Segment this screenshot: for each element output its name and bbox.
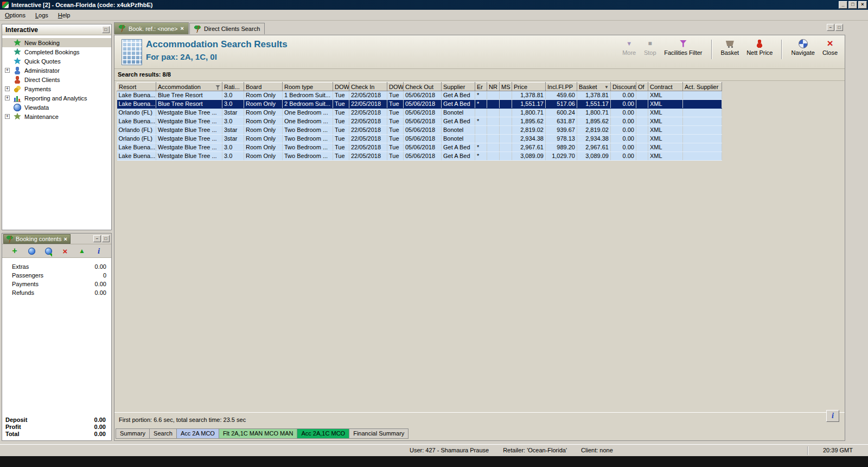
sidebar-restore-button[interactable]: □ bbox=[102, 26, 110, 33]
column-header-board[interactable]: Board bbox=[244, 83, 283, 91]
sidebar-item-administrator[interactable]: + Administrator bbox=[2, 66, 111, 75]
table-cell: 0.00 bbox=[611, 152, 636, 161]
column-header-er[interactable]: Er bbox=[475, 83, 487, 91]
tab-book-ref-none[interactable]: Book. ref.: <none> × bbox=[114, 22, 189, 34]
minimize-button[interactable]: _ bbox=[839, 1, 847, 9]
results-table[interactable]: ResortAccommodationRati...BoardRoom type… bbox=[117, 82, 722, 161]
table-row[interactable]: Lake Buena...Blue Tree Resort3.0Room Onl… bbox=[117, 91, 722, 100]
tab-label: Acc 2A MCO bbox=[181, 430, 215, 437]
sidebar-item-quick-quotes[interactable]: + Quick Quotes bbox=[2, 56, 111, 66]
tree-expander-icon[interactable]: + bbox=[5, 114, 10, 119]
table-cell: Get A Bed bbox=[442, 152, 475, 161]
table-cell: 939.67 bbox=[546, 126, 577, 135]
column-header-of[interactable]: Of bbox=[636, 83, 648, 91]
toolbar-button[interactable] bbox=[27, 246, 36, 256]
column-header-rati[interactable]: Rati... bbox=[222, 83, 244, 91]
column-header-discount[interactable]: Discount bbox=[611, 83, 636, 91]
list-item[interactable]: Refunds 0.00 bbox=[2, 288, 111, 297]
toolbar-button-basket[interactable]: Basket bbox=[719, 38, 741, 57]
column-header-label: Incl.Fl.PP bbox=[547, 84, 573, 90]
table-cell: XML bbox=[648, 143, 683, 152]
table-row[interactable]: Orlando (FL)Westgate Blue Tree ...3starR… bbox=[117, 135, 722, 143]
table-row[interactable]: Orlando (FL)Westgate Blue Tree ...3starR… bbox=[117, 126, 722, 135]
sidebar-item-direct-clients[interactable]: + Direct Clients bbox=[2, 75, 111, 84]
tree-expander-icon[interactable]: + bbox=[5, 96, 10, 100]
column-header-room-type[interactable]: Room type bbox=[283, 83, 333, 91]
column-header-supplier[interactable]: Supplier bbox=[442, 83, 475, 91]
toolbar-button-navigate[interactable]: Navigate bbox=[789, 38, 816, 57]
column-header-price[interactable]: Price bbox=[512, 83, 546, 91]
column-header-dow[interactable]: DOW bbox=[333, 83, 349, 91]
table-cell bbox=[487, 91, 500, 100]
toolbar-separator bbox=[781, 40, 782, 59]
toolbar-button-nett-price[interactable]: Nett Price bbox=[745, 38, 774, 57]
column-header-label: Check In bbox=[351, 84, 374, 90]
column-header-check-out[interactable]: Check Out bbox=[404, 83, 442, 91]
column-header-check-in[interactable]: Check In bbox=[349, 83, 387, 91]
tab-close-icon[interactable]: × bbox=[181, 26, 184, 31]
mdi-minimize-button[interactable]: − bbox=[827, 24, 834, 31]
toolbar-button-facilities-filter[interactable]: Facilities Filter bbox=[662, 38, 704, 57]
table-row[interactable]: Lake Buena...Westgate Blue Tree ...3.0Ro… bbox=[117, 143, 722, 152]
panel-minimize-button[interactable]: − bbox=[93, 235, 101, 242]
list-item-label: Refunds bbox=[12, 288, 34, 297]
sidebar-item-reporting-and-analytics[interactable]: + Reporting and Analytics bbox=[2, 93, 111, 103]
sidebar-item-completed-bookings[interactable]: + Completed Bookings bbox=[2, 47, 111, 56]
info-button[interactable]: i bbox=[826, 410, 839, 422]
table-cell bbox=[683, 117, 722, 126]
close-icon[interactable]: × bbox=[63, 236, 67, 242]
filter-icon[interactable] bbox=[215, 85, 220, 90]
table-row[interactable]: Lake Buena...Blue Tree Resort3.0Room Onl… bbox=[117, 100, 722, 109]
list-item[interactable]: Payments 0.00 bbox=[2, 280, 111, 288]
tab-acc-2a-1c-mco[interactable]: Acc 2A,1C MCO bbox=[297, 428, 349, 439]
column-header-nr[interactable]: NR bbox=[487, 83, 500, 91]
toolbar-button[interactable] bbox=[43, 246, 53, 256]
tree-expander-icon[interactable]: + bbox=[5, 86, 10, 91]
sidebar-item-maintenance[interactable]: + Maintenance bbox=[2, 112, 111, 121]
booking-contents-tab[interactable]: Booking contents × bbox=[3, 234, 71, 244]
column-header-label: Contract bbox=[650, 84, 673, 90]
close-button[interactable]: × bbox=[858, 1, 867, 9]
column-header-ms[interactable]: MS bbox=[500, 83, 512, 91]
starburst-teal-icon bbox=[14, 48, 21, 56]
column-header-contract[interactable]: Contract bbox=[648, 83, 683, 91]
tab-flt-2a-1c-man-mco-man[interactable]: Flt 2A,1C MAN MCO MAN bbox=[219, 428, 298, 439]
column-header-dow[interactable]: DOW bbox=[387, 83, 404, 91]
toolbar-button[interactable]: × bbox=[60, 246, 70, 256]
table-row[interactable]: Lake Buena...Westgate Blue Tree ...3.0Ro… bbox=[117, 152, 722, 161]
sidebar-item-viewdata[interactable]: + Viewdata bbox=[2, 103, 111, 112]
panel-restore-button[interactable]: □ bbox=[102, 235, 110, 242]
toolbar-button[interactable]: i bbox=[94, 246, 104, 256]
tab-search[interactable]: Search bbox=[149, 428, 177, 439]
toolbar-button[interactable]: + bbox=[10, 246, 20, 256]
toolbar-button-close[interactable]: Close bbox=[821, 38, 839, 57]
menu-item-help[interactable]: Help bbox=[53, 10, 75, 21]
list-item[interactable]: Passengers 0 bbox=[2, 271, 111, 280]
column-header-basket[interactable]: Basket▼ bbox=[577, 83, 611, 91]
toolbar-button-more[interactable]: More bbox=[621, 38, 637, 57]
table-cell: 05/06/2018 bbox=[404, 100, 442, 109]
tab-direct-clients-search[interactable]: Direct Clients Search × bbox=[189, 23, 265, 34]
sidebar-item-new-booking[interactable]: + New Booking bbox=[2, 38, 111, 47]
list-item[interactable]: Extras 0.00 bbox=[2, 262, 111, 271]
column-header-resort[interactable]: Resort bbox=[117, 83, 156, 91]
toolbar-button[interactable]: ▲ bbox=[77, 246, 87, 256]
tab-summary[interactable]: Summary bbox=[116, 428, 150, 439]
tab-acc-2a-mco[interactable]: Acc 2A MCO bbox=[176, 428, 219, 439]
maximize-button[interactable]: □ bbox=[848, 1, 857, 9]
mdi-restore-button[interactable]: □ bbox=[835, 24, 843, 31]
table-cell: Tue bbox=[333, 143, 349, 152]
toolbar-button-stop[interactable]: Stop bbox=[642, 38, 658, 57]
table-cell bbox=[500, 143, 512, 152]
column-header-incl-fl-pp[interactable]: Incl.Fl.PP bbox=[546, 83, 577, 91]
table-cell bbox=[683, 152, 722, 161]
menu-item-options[interactable]: Options bbox=[0, 10, 30, 21]
sidebar-item-payments[interactable]: + Payments bbox=[2, 84, 111, 93]
column-header-act-supplier[interactable]: Act. Supplier bbox=[683, 83, 722, 91]
column-header-accommodation[interactable]: Accommodation bbox=[156, 83, 222, 91]
tab-financial-summary[interactable]: Financial Summary bbox=[349, 428, 409, 439]
tree-expander-icon[interactable]: + bbox=[5, 68, 10, 73]
menu-item-logs[interactable]: Logs bbox=[30, 10, 53, 21]
table-row[interactable]: Orlando (FL)Westgate Blue Tree ...3starR… bbox=[117, 109, 722, 117]
table-row[interactable]: Lake Buena...Westgate Blue Tree ...3.0Ro… bbox=[117, 117, 722, 126]
